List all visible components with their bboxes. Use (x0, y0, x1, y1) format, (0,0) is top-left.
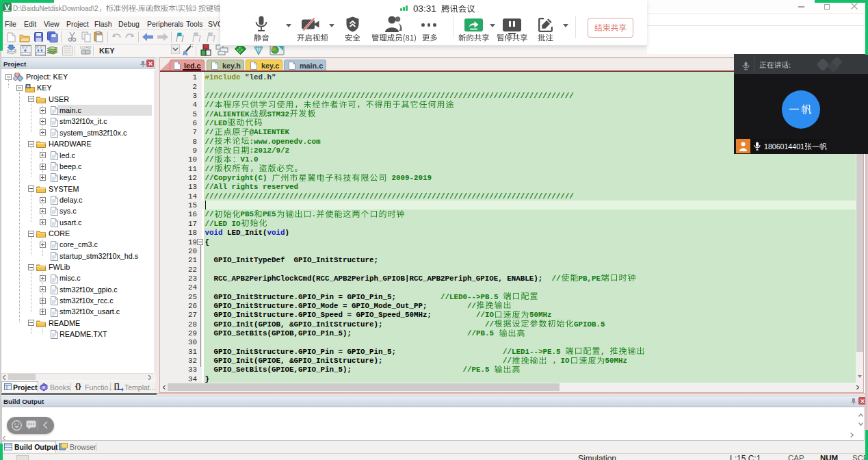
svg-text:LOAD: LOAD (80, 45, 92, 49)
